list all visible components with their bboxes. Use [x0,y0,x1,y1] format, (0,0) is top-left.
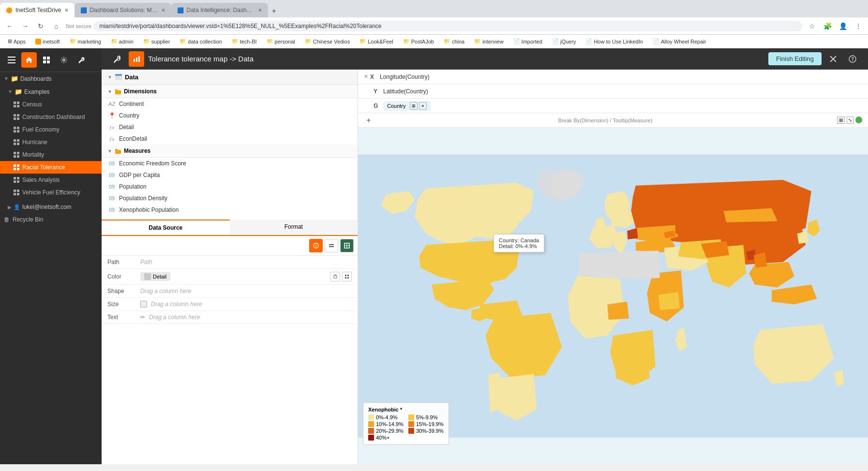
settings-sidebar-button[interactable] [56,52,72,68]
tab-close-1[interactable]: ✕ [64,7,69,14]
new-tab-button[interactable]: + [268,5,280,17]
ds-btn-3[interactable] [340,239,354,252]
tab-close-3[interactable]: ✕ [258,7,262,14]
forward-button[interactable]: → [19,20,31,32]
x-close-button[interactable]: ✕ [364,74,368,80]
g-icon-table[interactable]: ⊞ [410,102,418,110]
sidebar-user-group[interactable]: ▶ 👤 lukel@inetsoft.com [0,201,102,213]
sidebar-item-mortality[interactable]: Mortality [0,148,102,161]
bookmark-data-collection[interactable]: 📁 data collection [176,37,225,45]
dimension-continent[interactable]: AZ Continent [102,98,358,110]
dimension-detail[interactable]: ƒx Detail [102,121,358,133]
sidebar-item-construction[interactable]: Construction Dashboard [0,111,102,123]
sidebar-item-hurricane[interactable]: Hurricane [0,136,102,148]
tab-2[interactable]: 🟦 Dashboard Solutions: Mobile BI ✕ [75,3,171,17]
wrench-sidebar-button[interactable] [74,52,89,68]
svg-rect-18 [17,127,19,129]
bookmark-jquery[interactable]: 📄 jQuery [548,37,580,45]
measure-economic-freedom[interactable]: 09 Economic Freedom Score [102,158,358,169]
svg-rect-35 [14,180,16,183]
sidebar-group-dashboards[interactable]: ▼ 📁 Dashboards [0,72,102,85]
bookmark-apps[interactable]: ⊞ Apps [4,37,30,45]
finish-editing-button[interactable]: Finish Editing [768,52,822,65]
toolbar-chart-icon[interactable] [129,51,144,67]
bookmark-tech-bi[interactable]: 📁 tech-BI [228,37,261,45]
data-section-header[interactable]: ▼ Data [102,70,358,85]
bookmark-postajob[interactable]: 📁 PostAJob [399,37,438,45]
svg-rect-39 [14,193,16,195]
toolbar-close-icon[interactable] [825,51,841,67]
toolbar-help-icon[interactable]: ? [845,51,860,67]
bookmark-china[interactable]: 📁 china [440,37,468,45]
svg-rect-10 [17,102,19,104]
profile-button[interactable]: 👤 [837,20,849,32]
bookmark-inetsoft[interactable]: inetsoft [31,38,63,45]
extensions-button[interactable]: 🧩 [822,20,833,32]
data-source-tab[interactable]: Data Source [102,220,230,235]
continent-label: Continent [119,101,144,107]
data-section-label: Data [125,74,138,81]
sidebar-item-racial-tolerance[interactable]: Racial Tolerance [0,161,102,174]
sales-analysis-label: Sales Analysis [22,177,60,183]
num-icon-5: 09 [107,207,116,213]
menu-button[interactable]: ⋮ [853,20,864,32]
tab-active[interactable]: 🟠 InetSoft TestDrive ✕ [0,3,75,17]
caret-dimensions: ▼ [107,89,112,94]
svg-rect-37 [14,190,16,192]
back-button[interactable]: ← [4,20,15,32]
measure-xenophobic[interactable]: 09 Xenophobic Population [102,204,358,216]
measure-gdp[interactable]: 09 GDP per Capita [102,169,358,181]
home-button[interactable]: ⌂ [50,20,62,32]
ds-btn-1[interactable]: i [309,239,323,252]
toolbar-wrench-icon[interactable] [109,51,125,67]
tab-close-2[interactable]: ✕ [161,7,165,14]
bookmark-imported[interactable]: 📄 Imported [509,37,546,45]
bookmark-personal[interactable]: 📁 personal [263,37,299,45]
bookmark-supplier[interactable]: 📁 supplier [139,37,174,45]
address-input[interactable] [93,21,802,31]
color-edit-icon[interactable] [330,272,340,281]
plus-button[interactable]: + [364,116,374,125]
format-tab[interactable]: Format [230,220,358,235]
expand-icon[interactable]: ⤡ [847,117,853,124]
ds-btn-2[interactable] [325,239,338,252]
g-axis-chip[interactable]: Country ⊞ ≡ [383,101,431,111]
home-sidebar-button[interactable] [21,52,37,68]
measures-section-header[interactable]: ▼ Measures [102,145,358,158]
sidebar-item-sales[interactable]: Sales Analysis [0,174,102,186]
tab-title-1: InetSoft TestDrive [15,7,61,14]
bookmark-interview[interactable]: 📁 interview [470,37,507,45]
bookmark-chinese[interactable]: 📁 Chinese Vedios [301,37,354,45]
sidebar-item-census[interactable]: Census [0,98,102,111]
bookmark-star[interactable]: ☆ [806,20,818,32]
bookmark-lookfeel[interactable]: 📁 Look&Feel [356,37,397,45]
sidebar-item-fuel[interactable]: Fuel Economy [0,123,102,136]
bookmark-marketing[interactable]: 📁 marketing [66,37,105,45]
dimension-country[interactable]: 📍 Country [102,110,358,121]
color-field-row: Color Detail [102,269,358,285]
sidebar-item-recycle[interactable]: 🗑 Recycle Bin [0,213,102,226]
examples-label: Examples [24,88,50,95]
bookmark-alloy[interactable]: 📄 Alloy Wheel Repair [649,37,710,45]
svg-rect-60 [345,275,346,276]
break-icon-1[interactable]: ⊞ [837,117,845,124]
g-icon-bars[interactable]: ≡ [419,102,427,110]
shape-label: Shape [107,288,136,294]
bookmark-admin[interactable]: 📁 admin [107,37,137,45]
measure-population-density[interactable]: 09 Population Density [102,192,358,204]
sidebar-item-vehicle[interactable]: Vehicle Fuel Efficiency [0,186,102,199]
map-container[interactable]: Country: Canada Detail: 0%-4.9% Xenophob… [358,128,868,464]
grid-sidebar-button[interactable] [39,52,54,68]
color-chip[interactable]: Detail [140,272,170,281]
svg-rect-28 [17,155,19,158]
bookmark-linkedin[interactable]: 📄 How to Use LinkedIn [582,37,647,45]
sidebar-group-examples[interactable]: ▼ 📁 Examples [0,85,102,98]
dimensions-section-header[interactable]: ▼ Dimensions [102,85,358,98]
tab-3[interactable]: 🟦 Data Intelligence: Dashboard BI ✕ [171,3,268,17]
measure-population[interactable]: 09 Population [102,181,358,192]
color-options-icon[interactable] [342,272,352,281]
hamburger-button[interactable] [4,52,19,68]
bookmark-post-label: PostAJob [411,39,434,44]
dimension-econdetail[interactable]: ƒx EconDetail [102,133,358,145]
reload-button[interactable]: ↻ [35,20,46,32]
